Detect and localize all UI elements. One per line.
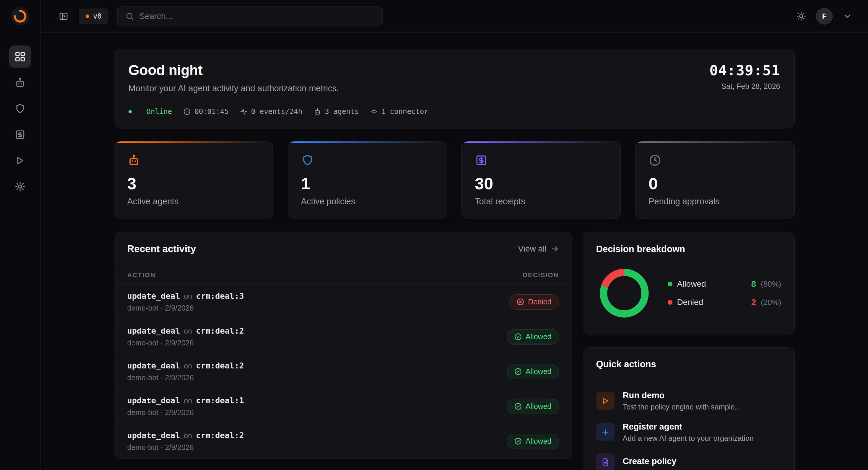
stat-icon — [301, 154, 314, 167]
panel-left-icon — [59, 11, 68, 21]
greeting-card: Good night Monitor your AI agent activit… — [114, 49, 795, 128]
stat-accent-line — [288, 141, 447, 143]
decision-badge: Allowed — [507, 364, 559, 379]
quick-actions-title: Quick actions — [583, 348, 795, 381]
quick-action-iconbox — [596, 392, 615, 410]
search-input[interactable] — [140, 11, 375, 21]
activity-table-body: update_deal on crm:deal:3 demo-bot · 2/9… — [114, 284, 572, 459]
stat-card[interactable]: 3 Active agents — [114, 141, 273, 219]
sidebar-item-icon — [14, 51, 26, 62]
stat-accent-line — [462, 141, 620, 143]
activity-meta: demo-bot · 2/9/2026 — [127, 408, 244, 417]
greeting-subtitle: Monitor your AI agent activity and autho… — [128, 83, 428, 93]
view-all-link[interactable]: View all — [518, 244, 559, 254]
version-badge: v0 — [79, 8, 108, 24]
decision-badge: Allowed — [507, 329, 559, 344]
status-item: 3 agents — [313, 107, 359, 116]
stat-icon — [475, 154, 488, 167]
decision-label: Allowed — [526, 367, 552, 376]
status-item: 0 events/24h — [240, 107, 302, 116]
column-header-action: ACTION — [127, 271, 156, 279]
activity-action: update_deal on crm:deal:3 — [127, 291, 244, 301]
sidebar-item-icon — [14, 155, 26, 166]
status-item-label: Online — [147, 107, 172, 116]
quick-action-item[interactable]: Run demo Test the policy engine with sam… — [596, 391, 781, 411]
user-menu-button[interactable] — [841, 10, 854, 23]
quick-action-icon — [601, 458, 610, 467]
avatar-initial: F — [822, 12, 827, 21]
status-item-label: 3 agents — [325, 107, 359, 116]
recent-activity-card: Recent activity View all ACTION DECISION — [114, 232, 572, 459]
sidebar-item[interactable] — [9, 97, 31, 120]
quick-action-item[interactable]: Create policy — [596, 453, 781, 470]
activity-table-header: ACTION DECISION — [114, 266, 572, 284]
search-icon — [125, 12, 134, 21]
legend-label: Allowed — [677, 279, 706, 289]
activity-row[interactable]: update_deal on crm:deal:2 demo-bot · 2/9… — [114, 354, 572, 389]
topbar-right: F — [795, 8, 854, 25]
stat-card[interactable]: 0 Pending approvals — [635, 141, 795, 219]
status-item-icon — [313, 108, 321, 115]
sidebar-item-icon — [14, 103, 26, 114]
activity-action: update_deal on crm:deal:2 — [127, 361, 244, 370]
sidebar-item[interactable] — [9, 71, 31, 94]
decision-breakdown-card: Decision breakdown Allowed 8 (80%) — [583, 232, 795, 335]
activity-action: update_deal on crm:deal:1 — [127, 396, 244, 405]
sidebar-item[interactable] — [9, 175, 31, 198]
live-clock: 04:39:51 — [709, 62, 780, 78]
quick-actions-list: Run demo Test the policy engine with sam… — [583, 381, 795, 470]
topbar: v0 F — [40, 0, 868, 32]
quick-action-item[interactable]: Register agent Add a new AI agent to you… — [596, 422, 781, 442]
status-item: 1 connector — [370, 107, 428, 116]
decision-label: Allowed — [526, 332, 552, 341]
stat-card[interactable]: 30 Total receipts — [462, 141, 621, 219]
sidebar-item[interactable] — [9, 149, 31, 171]
activity-row[interactable]: update_deal on crm:deal:3 demo-bot · 2/9… — [114, 284, 572, 320]
app-logo[interactable] — [11, 7, 30, 26]
stat-label: Active agents — [127, 197, 260, 206]
system-status-row: Online 00:01:45 0 events/24h — [128, 107, 428, 116]
status-item-label: 0 events/24h — [251, 107, 302, 116]
sidebar-item[interactable] — [9, 124, 31, 145]
stat-label: Pending approvals — [649, 197, 781, 206]
arrow-right-icon — [551, 245, 559, 253]
activity-meta: demo-bot · 2/9/2026 — [127, 339, 244, 347]
main-content: Good night Monitor your AI agent activit… — [40, 32, 868, 470]
activity-row[interactable]: update_deal on crm:deal:2 demo-bot · 2/9… — [114, 424, 572, 459]
decision-badge: Allowed — [507, 434, 559, 449]
quick-action-iconbox — [596, 423, 615, 441]
quick-action-subtitle: Test the policy engine with sample... — [623, 403, 741, 411]
legend-count: 2 — [751, 297, 756, 307]
stat-card[interactable]: 1 Active policies — [288, 141, 447, 219]
sidebar-item[interactable] — [9, 45, 31, 68]
stat-value: 30 — [475, 174, 608, 193]
stat-value: 1 — [301, 174, 434, 193]
sun-icon — [797, 11, 806, 21]
decision-label: Allowed — [526, 437, 552, 445]
current-date: Sat, Feb 28, 2026 — [709, 82, 780, 91]
page-title: Good night — [128, 62, 428, 78]
quick-action-title: Create policy — [623, 457, 677, 466]
quick-actions-card: Quick actions Run demo Test the policy e… — [583, 347, 795, 470]
activity-row[interactable]: update_deal on crm:deal:2 demo-bot · 2/9… — [114, 320, 572, 354]
quick-action-iconbox — [596, 453, 615, 470]
theme-toggle-button[interactable] — [795, 10, 808, 23]
chevron-down-icon — [843, 11, 852, 21]
status-item-icon — [183, 108, 191, 115]
stat-value: 3 — [127, 174, 260, 193]
stat-accent-line — [114, 141, 273, 143]
quick-action-title: Run demo — [623, 391, 741, 400]
legend-percent: (80%) — [761, 279, 781, 289]
legend-label: Denied — [677, 298, 704, 307]
sidebar-toggle-button[interactable] — [57, 10, 70, 23]
stat-accent-line — [636, 141, 794, 143]
check-circle-icon — [514, 333, 522, 341]
legend-count: 8 — [751, 279, 756, 289]
decision-label: Allowed — [526, 402, 552, 411]
activity-row[interactable]: update_deal on crm:deal:1 demo-bot · 2/9… — [114, 389, 572, 424]
legend-row: Denied 2 (20%) — [668, 297, 781, 307]
avatar[interactable]: F — [816, 8, 833, 25]
search-bar — [117, 6, 382, 26]
stat-icon — [649, 154, 661, 167]
activity-meta: demo-bot · 2/9/2026 — [127, 443, 244, 452]
